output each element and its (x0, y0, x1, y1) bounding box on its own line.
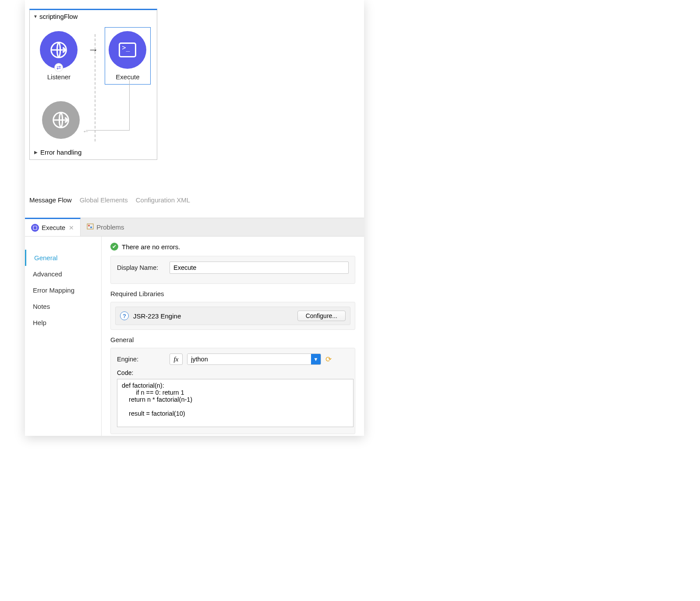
tab-execute[interactable]: Execute ✕ (25, 218, 81, 236)
engine-label: Engine: (117, 356, 165, 363)
svg-point-5 (90, 226, 92, 228)
engine-select[interactable]: ▼ (187, 354, 321, 365)
globe-icon: ⇄ (40, 31, 78, 69)
required-libs-group: ? JSR-223 Engine Configure... (110, 302, 355, 330)
error-arrow-icon: ← (82, 127, 89, 135)
fx-button[interactable]: fx (170, 354, 183, 365)
display-name-input[interactable] (170, 262, 349, 274)
globe-icon (42, 101, 80, 139)
flow-header[interactable]: ▼ scriptingFlow (30, 10, 157, 23)
svg-point-4 (88, 225, 90, 226)
lib-name: JSR-223 Engine (133, 312, 181, 320)
status-text: There are no errors. (122, 243, 180, 251)
tab-label: Problems (96, 223, 124, 231)
editor-window: ▼ scriptingFlow ⇄ Listener (25, 0, 364, 436)
configure-button[interactable]: Configure... (297, 311, 346, 321)
engine-input[interactable] (187, 354, 311, 364)
status-row: ✔ There are no errors. (110, 243, 355, 251)
canvas-tabs: Message Flow Global Elements Configurati… (25, 196, 194, 208)
svg-rect-3 (87, 224, 93, 229)
error-handling-header[interactable]: ▶ Error handling (30, 145, 86, 159)
properties-tabs: Execute ✕ Problems (25, 218, 364, 237)
general-group: Engine: fx ▼ ⟳ Code: (110, 348, 355, 434)
refresh-icon[interactable]: ⟳ (325, 355, 332, 364)
side-nav: General Advanced Error Mapping Notes Hel… (25, 237, 102, 436)
side-item-help[interactable]: Help (25, 315, 101, 331)
properties-panel: Execute ✕ Problems General Advanced Erro… (25, 218, 364, 436)
chevron-down-icon[interactable]: ▼ (311, 354, 321, 364)
flow-nodes: ⇄ Listener → Execute (30, 23, 157, 85)
listener-label: Listener (47, 73, 71, 81)
general-section-title: General (110, 336, 355, 343)
flow-canvas[interactable]: ▼ scriptingFlow ⇄ Listener (25, 0, 364, 210)
error-connector (86, 80, 130, 131)
error-target-node[interactable] (42, 101, 80, 139)
display-name-group: Display Name: (110, 256, 355, 284)
tab-message-flow[interactable]: Message Flow (29, 196, 72, 204)
code-textarea[interactable] (117, 379, 354, 427)
tab-config-xml[interactable]: Configuration XML (136, 196, 190, 204)
side-item-error-mapping[interactable]: Error Mapping (25, 282, 101, 298)
svg-rect-2 (33, 226, 37, 230)
tab-global-elements[interactable]: Global Elements (80, 196, 128, 204)
problems-icon (87, 223, 94, 231)
display-name-label: Display Name: (117, 264, 165, 271)
side-item-advanced[interactable]: Advanced (25, 266, 101, 282)
listener-node[interactable]: ⇄ Listener (36, 28, 82, 84)
code-label: Code: (117, 369, 349, 376)
arrow-icon: → (88, 43, 99, 56)
execute-node[interactable]: Execute (105, 27, 151, 85)
help-icon[interactable]: ? (120, 311, 129, 320)
lib-row: ? JSR-223 Engine Configure... (115, 307, 350, 325)
properties-body: General Advanced Error Mapping Notes Hel… (25, 237, 364, 436)
script-icon (31, 224, 39, 232)
check-icon: ✔ (110, 243, 118, 251)
flow-title: scriptingFlow (39, 13, 78, 20)
collapse-icon[interactable]: ▼ (33, 14, 38, 19)
script-icon (109, 31, 146, 69)
required-libs-title: Required Libraries (110, 290, 355, 297)
tab-problems[interactable]: Problems (81, 218, 130, 236)
side-item-notes[interactable]: Notes (25, 298, 101, 315)
expand-icon[interactable]: ▶ (34, 150, 38, 155)
execute-label: Execute (116, 73, 139, 81)
error-handling-label: Error handling (40, 148, 81, 156)
flow-container[interactable]: ▼ scriptingFlow ⇄ Listener (29, 9, 157, 160)
tab-label: Execute (42, 224, 65, 231)
form-area: ✔ There are no errors. Display Name: Req… (102, 237, 364, 436)
close-icon[interactable]: ✕ (69, 224, 74, 231)
exchange-icon: ⇄ (54, 63, 63, 72)
side-item-general[interactable]: General (25, 250, 101, 266)
